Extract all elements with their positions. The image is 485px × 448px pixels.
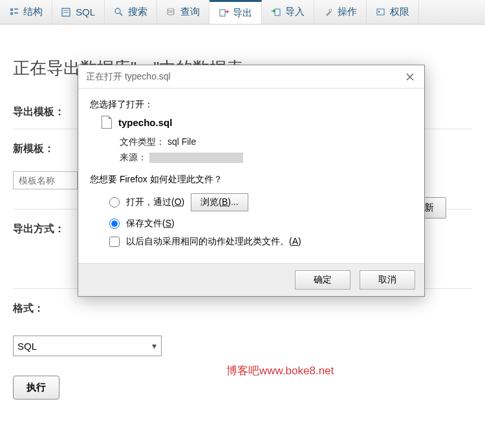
tab-label: SQL bbox=[76, 6, 95, 17]
svg-rect-5 bbox=[63, 10, 69, 11]
cancel-button[interactable]: 取消 bbox=[360, 270, 415, 290]
execute-button[interactable]: 执行 bbox=[13, 376, 59, 400]
svg-point-10 bbox=[167, 12, 174, 15]
dialog-footer: 确定 取消 bbox=[78, 263, 424, 296]
svg-rect-1 bbox=[10, 12, 13, 15]
tab-query[interactable]: 查询 bbox=[157, 0, 210, 24]
download-dialog: 正在打开 typecho.sql 您选择了打开： typecho.sql 文件类… bbox=[78, 65, 425, 297]
file-name: typecho.sql bbox=[118, 117, 172, 128]
tab-search[interactable]: 搜索 bbox=[105, 0, 157, 24]
svg-rect-2 bbox=[14, 8, 18, 10]
tab-structure[interactable]: 结构 bbox=[0, 0, 52, 24]
tab-label: 操作 bbox=[338, 6, 357, 18]
file-icon bbox=[102, 116, 112, 129]
tab-operations[interactable]: 操作 bbox=[314, 0, 367, 24]
tab-import[interactable]: 导入 bbox=[262, 0, 314, 24]
privileges-icon bbox=[376, 7, 386, 17]
close-icon[interactable] bbox=[404, 70, 416, 83]
save-file-radio[interactable] bbox=[109, 219, 120, 229]
ok-button[interactable]: 确定 bbox=[295, 270, 350, 290]
dialog-prompt: 您想要 Firefox 如何处理此文件？ bbox=[90, 174, 413, 186]
chose-open-text: 您选择了打开： bbox=[90, 99, 413, 111]
tab-label: 权限 bbox=[390, 6, 409, 18]
dialog-titlebar: 正在打开 typecho.sql bbox=[78, 65, 424, 89]
template-name-input[interactable] bbox=[13, 171, 78, 189]
save-file-label: 保存文件(S) bbox=[126, 218, 175, 229]
tab-bar: 结构 SQL 搜索 查询 导出 导入 操作 权限 bbox=[0, 0, 485, 25]
browse-button[interactable]: 浏览(B)... bbox=[191, 193, 248, 211]
remember-label: 以后自动采用相同的动作处理此类文件。(A) bbox=[126, 236, 301, 248]
tab-privileges[interactable]: 权限 bbox=[367, 0, 419, 24]
open-with-label: 打开，通过(O) bbox=[126, 197, 184, 208]
format-label: 格式： bbox=[13, 302, 472, 315]
svg-rect-0 bbox=[10, 8, 13, 11]
svg-point-17 bbox=[378, 10, 380, 12]
open-with-radio[interactable] bbox=[109, 197, 120, 208]
svg-rect-14 bbox=[275, 9, 280, 16]
svg-point-7 bbox=[115, 8, 120, 14]
query-icon bbox=[166, 7, 177, 17]
svg-point-15 bbox=[329, 9, 332, 12]
svg-rect-3 bbox=[14, 12, 18, 14]
file-source-row: 来源： bbox=[120, 152, 413, 164]
remember-checkbox[interactable] bbox=[109, 237, 120, 247]
svg-rect-6 bbox=[63, 12, 69, 13]
tab-label: 查询 bbox=[180, 6, 200, 18]
watermark-text: 博客吧www.boke8.net bbox=[226, 363, 334, 378]
tab-label: 导入 bbox=[285, 6, 305, 18]
svg-point-9 bbox=[167, 8, 174, 11]
tab-sql[interactable]: SQL bbox=[52, 0, 105, 24]
operations-icon bbox=[323, 7, 334, 17]
svg-rect-13 bbox=[220, 10, 225, 16]
tab-export[interactable]: 导出 bbox=[210, 0, 262, 24]
structure-icon bbox=[9, 7, 19, 17]
search-icon bbox=[114, 7, 124, 17]
sql-icon bbox=[61, 7, 72, 17]
tab-label: 结构 bbox=[23, 6, 43, 18]
dialog-title-text: 正在打开 typecho.sql bbox=[86, 71, 171, 83]
format-select[interactable]: SQL bbox=[13, 336, 162, 356]
tab-label: 搜索 bbox=[128, 6, 147, 18]
svg-line-8 bbox=[120, 13, 122, 16]
file-type-row: 文件类型： sql File bbox=[120, 136, 413, 148]
tab-label: 导出 bbox=[233, 7, 252, 19]
export-icon bbox=[219, 8, 229, 18]
import-icon bbox=[271, 7, 281, 17]
